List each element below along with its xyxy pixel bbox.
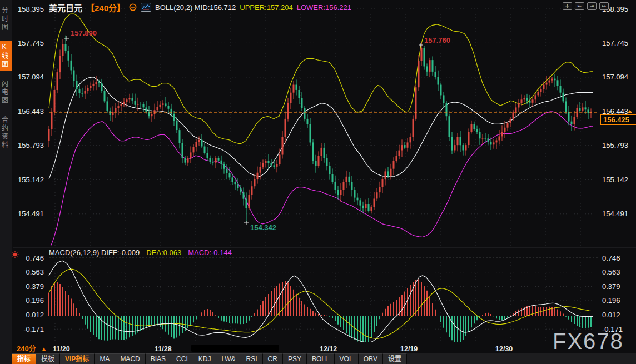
title-bar: 美元日元 【240分】 BOLL(20,2) MID:156.712 UPPER… — [49, 2, 351, 13]
toolbar-item-CR[interactable]: CR — [263, 353, 283, 364]
price-annotation: 157.890 — [71, 29, 97, 37]
toolbar-item-MACD[interactable]: MACD — [115, 353, 145, 364]
toolbar-item-CCI[interactable]: CCI — [171, 353, 193, 364]
y-axis-label-left: 156.443 — [18, 107, 44, 116]
toolbar-item-RSI[interactable]: RSI — [241, 353, 263, 364]
toolbar-item-BIAS[interactable]: BIAS — [146, 353, 171, 364]
macd-axis-label-left: -0.171 — [23, 325, 44, 333]
macd-value-label: MACD:-0.144 — [188, 248, 232, 257]
toolbar-item-设置[interactable]: 设置 — [383, 353, 407, 364]
toolbar-item-BOLL[interactable]: BOLL — [307, 353, 335, 364]
x-axis-date-label: 12/19 — [400, 345, 418, 353]
macd-axis-label-left: 0.379 — [26, 282, 44, 291]
chart-tool-icons: ✛⇤⇥↦ — [563, 2, 609, 10]
chart-type-icon[interactable] — [141, 3, 151, 12]
x-axis-date-label: 11/20 — [53, 345, 70, 353]
x-axis-date-label: 11/28 — [155, 345, 172, 353]
y-axis-label-left: 155.142 — [18, 176, 44, 184]
macd-dea-label: DEA:0.063 — [146, 248, 181, 257]
macd-dea-line — [49, 269, 593, 338]
y-axis-label-left: 155.793 — [18, 141, 44, 149]
x-axis-date-label: 12/30 — [495, 345, 513, 353]
macd-axis-label-left: 0.012 — [26, 311, 44, 319]
toolbar-item-KDJ[interactable]: KDJ — [193, 353, 217, 364]
macd-axis-label-right: 0.379 — [602, 282, 620, 291]
y-axis-label-left: 157.094 — [18, 73, 44, 81]
toolbar-item-MA[interactable]: MA — [95, 353, 115, 364]
y-axis-label-right: 157.094 — [602, 73, 628, 81]
x-axis-date-label: 12/12 — [320, 345, 337, 353]
timeframe-badge-arrow-icon[interactable]: ▲ — [41, 346, 47, 352]
symbol-title: 美元日元 — [49, 2, 82, 13]
sidebar-item-1[interactable]: 分时图 — [0, 4, 12, 34]
y-axis-label-right: 157.745 — [602, 39, 628, 47]
axis-expand-right-icon[interactable]: ⇥ — [587, 2, 597, 10]
y-axis-label-left: 157.745 — [18, 39, 44, 47]
boll-mid-line — [49, 77, 593, 179]
macd-axis-label-right: 0.196 — [602, 296, 620, 305]
bottom-toolbar: 指标模板VIP指标MAMACDBIASCCIKDJLW&RSICRPSYBOLL… — [12, 353, 636, 364]
last-price-tag: 156.425 — [600, 114, 636, 125]
price-annotation: 157.760 — [424, 36, 450, 44]
macd-header: MACD(26,12,9) DIFF:-0.009 DEA:0.063 MACD… — [49, 248, 232, 257]
menu-circle-icon[interactable] — [129, 3, 137, 11]
watermark: FX678 — [553, 329, 624, 354]
y-axis-label-right: 155.793 — [602, 141, 628, 149]
macd-axis-label-left: 0.746 — [26, 254, 44, 262]
boll-lower-line — [49, 112, 593, 250]
chart-canvas[interactable]: 158.395158.395157.745157.745157.094157.0… — [0, 0, 636, 364]
macd-diff-line — [49, 261, 593, 342]
macd-params-label: MACD(26,12,9) DIFF:-0.009 — [49, 248, 140, 257]
macd-axis-label-left: 0.196 — [26, 296, 44, 305]
y-axis-label-left: 158.395 — [18, 5, 44, 13]
boll-indicator-label: BOLL(20,2) MID:156.712 — [155, 3, 236, 12]
toolbar-item-LW&[interactable]: LW& — [216, 353, 241, 364]
macd-axis-label-right: 0.012 — [602, 311, 620, 319]
axis-expand-left-icon[interactable]: ⇤ — [575, 2, 584, 10]
timeframe-badge[interactable]: 240分 — [17, 345, 36, 353]
move-cross-icon[interactable]: ✛ — [563, 2, 572, 10]
sidebar-item-4[interactable]: 合约资料 — [0, 114, 12, 152]
sidebar: 分时图K线图闪电图合约资料 — [0, 0, 12, 364]
boll-upper-line — [49, 14, 593, 144]
macd-layer — [49, 279, 591, 343]
toolbar-item-指标[interactable]: 指标 — [12, 353, 36, 364]
boll-lower-label: LOWER:156.221 — [297, 3, 351, 12]
sidebar-item-2[interactable]: K线图 — [0, 41, 12, 71]
y-axis-label-right: 154.491 — [602, 210, 628, 218]
toolbar-item-PSY[interactable]: PSY — [283, 353, 307, 364]
toolbar-item-OBV[interactable]: OBV — [359, 353, 383, 364]
timeframe-label[interactable]: 【240分】 — [86, 2, 125, 13]
pan-right-icon[interactable]: ↦ — [599, 2, 609, 10]
macd-axis-label-right: 0.563 — [602, 268, 620, 276]
macd-axis-label-right: 0.746 — [602, 254, 620, 262]
macd-alert-icon — [11, 251, 18, 258]
macd-axis-label-left: 0.563 — [26, 268, 44, 276]
y-axis-label-left: 154.491 — [18, 210, 44, 218]
toolbar-item-模板[interactable]: 模板 — [36, 353, 60, 364]
y-axis-label-right: 155.142 — [602, 176, 628, 184]
scrollbar-thumb[interactable] — [191, 345, 279, 352]
boll-upper-label: UPPER:157.204 — [240, 3, 292, 12]
sidebar-item-3[interactable]: 闪电图 — [0, 78, 12, 107]
toolbar-item-VOL[interactable]: VOL — [335, 353, 359, 364]
trading-terminal: 158.395158.395157.745157.745157.094157.0… — [0, 0, 636, 364]
toolbar-item-VIP指标[interactable]: VIP指标 — [60, 353, 95, 364]
price-annotation: 154.342 — [250, 223, 276, 232]
